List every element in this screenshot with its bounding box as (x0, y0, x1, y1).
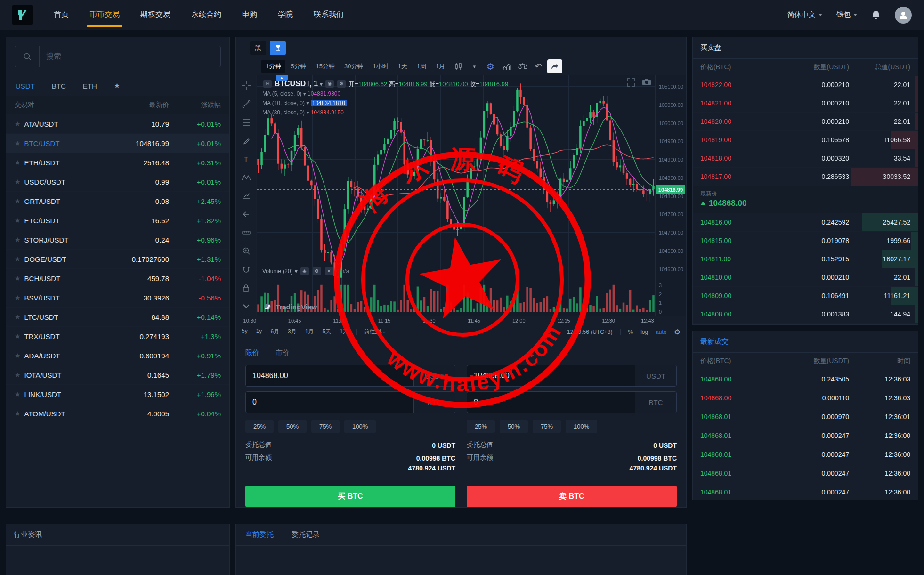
fib-retracement-tool-icon[interactable] (240, 117, 253, 128)
volume-eye-icon[interactable]: ◉ (300, 267, 309, 275)
interval-button[interactable]: 1天 (394, 60, 412, 73)
favorite-star-icon[interactable]: ★ (15, 294, 21, 301)
favorite-star-icon[interactable]: ★ (15, 236, 21, 243)
fullscreen-icon[interactable] (627, 78, 635, 87)
theme-light-button[interactable] (270, 41, 286, 55)
interval-button[interactable]: 1月 (431, 60, 449, 73)
ask-row[interactable]: 104820.00 0.000210 22.01 (693, 113, 918, 131)
ask-row[interactable]: 104821.00 0.000210 22.01 (693, 94, 918, 113)
trend-line-tool-icon[interactable] (240, 98, 253, 110)
ask-row[interactable]: 104817.00 0.286533 30033.52 (693, 168, 918, 186)
favorite-star-icon[interactable]: ★ (15, 352, 21, 359)
favorite-star-icon[interactable]: ★ (15, 275, 21, 282)
pair-row[interactable]: ★BSV/USDT 30.3926 -0.56% (6, 288, 229, 308)
percent-button[interactable]: 50% (500, 420, 528, 433)
bid-row[interactable]: 104809.00 0.106491 11161.21 (693, 287, 918, 305)
pair-row[interactable]: ★ETC/USDT 16.52 +1.82% (6, 211, 229, 230)
forecast-tool-icon[interactable] (240, 190, 253, 202)
interval-button[interactable]: 1分钟 (261, 60, 285, 73)
axis-settings-gear-icon[interactable]: ⚙ (674, 328, 681, 336)
order-type-tab[interactable]: 市价 (276, 348, 290, 357)
style-dropdown-icon[interactable]: ▾ (467, 60, 481, 73)
wallet-menu[interactable]: 钱包 (836, 10, 857, 19)
percent-button[interactable]: 25% (245, 420, 274, 433)
favorite-star-icon[interactable]: ★ (15, 390, 21, 398)
interval-button[interactable]: 1小时 (368, 60, 392, 73)
bid-row[interactable]: 104810.00 0.000210 22.01 (693, 268, 918, 287)
buy-amount-input[interactable] (246, 392, 413, 413)
range-button[interactable]: 1天 (340, 328, 349, 336)
clock-label[interactable]: 12:39:56 (UTC+8) (567, 329, 612, 335)
quote-tab[interactable]: ★ (114, 81, 120, 90)
pair-row[interactable]: ★DOGE/USDT 0.17027600 +1.31% (6, 250, 229, 269)
favorite-star-icon[interactable]: ★ (15, 159, 21, 166)
range-button[interactable]: 6月 (270, 328, 279, 336)
sell-amount-input[interactable] (467, 392, 635, 413)
screenshot-camera-icon[interactable] (642, 78, 651, 87)
pair-row[interactable]: ★BCH/USDT 459.78 -1.04% (6, 269, 229, 288)
percent-button[interactable]: 100% (566, 420, 597, 433)
share-arrow-button[interactable] (547, 59, 562, 73)
pair-row[interactable]: ★TRX/USDT 0.274193 +1.3% (6, 327, 229, 346)
percent-button[interactable]: 50% (278, 420, 307, 433)
interval-button[interactable]: 30分钟 (340, 60, 367, 73)
bid-row[interactable]: 104808.00 0.001383 144.94 (693, 305, 918, 324)
range-button[interactable]: 5天 (322, 328, 331, 336)
orders-tab[interactable]: 委托记录 (292, 530, 320, 539)
pair-row[interactable]: ★LINK/USDT 13.1502 +1.96% (6, 385, 229, 404)
volume-settings-icon[interactable]: ⚙ (313, 267, 321, 275)
pair-row[interactable]: ★ATOM/USDT 4.0005 +0.04% (6, 404, 229, 423)
interval-button[interactable]: 15分钟 (311, 60, 339, 73)
theme-dark-button[interactable]: 黑 (250, 41, 266, 55)
bid-row[interactable]: 104815.00 0.019078 1999.66 (693, 232, 918, 250)
magnet-tool-icon[interactable] (240, 264, 253, 275)
nav-item[interactable]: 首页 (54, 0, 69, 30)
brush-tool-icon[interactable] (240, 135, 253, 146)
legend-settings-icon[interactable]: ⚙ (337, 80, 346, 88)
interval-button[interactable]: 1周 (413, 60, 430, 73)
tools-collapse-chevron-icon[interactable] (240, 300, 253, 312)
app-logo[interactable] (12, 5, 33, 25)
toolbar-collapse-handle[interactable]: ▲ (276, 75, 288, 81)
ask-row[interactable]: 104818.00 0.000320 33.54 (693, 149, 918, 168)
pair-row[interactable]: ★BTC/USDT 104816.99 +0.01% (6, 134, 229, 153)
favorite-star-icon[interactable]: ★ (15, 178, 21, 186)
percent-button[interactable]: 75% (533, 420, 561, 433)
candle-style-icon[interactable] (451, 60, 465, 73)
crosshair-tool-icon[interactable] (240, 80, 253, 91)
log-scale-button[interactable]: log (640, 329, 648, 335)
favorite-star-icon[interactable]: ★ (15, 313, 21, 321)
pair-row[interactable]: ★STORJ/USDT 0.24 +0.96% (6, 230, 229, 250)
percent-button[interactable]: 100% (344, 420, 376, 433)
pair-row[interactable]: ★GRT/USDT 0.08 +2.45% (6, 192, 229, 211)
favorite-star-icon[interactable]: ★ (15, 371, 21, 379)
text-tool-icon[interactable]: T (240, 154, 253, 165)
percent-button[interactable]: 25% (467, 420, 495, 433)
notification-bell-icon[interactable] (871, 10, 881, 20)
indicators-icon[interactable] (499, 60, 513, 73)
goto-date-button[interactable]: 前往到... (364, 328, 386, 336)
favorite-star-icon[interactable]: ★ (15, 332, 21, 340)
quote-tab[interactable]: USDT (16, 82, 35, 90)
favorite-star-icon[interactable]: ★ (15, 255, 21, 263)
pair-row[interactable]: ★ADA/USDT 0.600194 +0.91% (6, 346, 229, 365)
pair-row[interactable]: ★LTC/USDT 84.88 +0.14% (6, 308, 229, 327)
percent-button[interactable]: 75% (311, 420, 340, 433)
range-button[interactable]: 3月 (288, 328, 297, 336)
nav-item[interactable]: 永续合约 (191, 0, 221, 30)
interval-button[interactable]: 5分钟 (286, 60, 310, 73)
measure-tool-icon[interactable] (240, 227, 253, 238)
sell-button[interactable]: 卖 BTC (467, 486, 677, 507)
chart-canvas[interactable] (257, 75, 686, 316)
sell-price-input[interactable] (467, 365, 635, 386)
range-button[interactable]: 5y (242, 328, 248, 336)
compare-icon[interactable] (515, 60, 529, 73)
buy-button[interactable]: 买 BTC (245, 486, 455, 507)
order-type-tab[interactable]: 限价 (245, 348, 259, 357)
buy-price-input[interactable] (246, 365, 413, 386)
lock-drawings-icon[interactable] (240, 282, 253, 293)
ask-row[interactable]: 104822.00 0.000210 22.01 (693, 76, 918, 94)
nav-item[interactable]: 申购 (242, 0, 257, 30)
quote-tab[interactable]: BTC (52, 82, 66, 90)
zoom-in-tool-icon[interactable] (240, 245, 253, 257)
